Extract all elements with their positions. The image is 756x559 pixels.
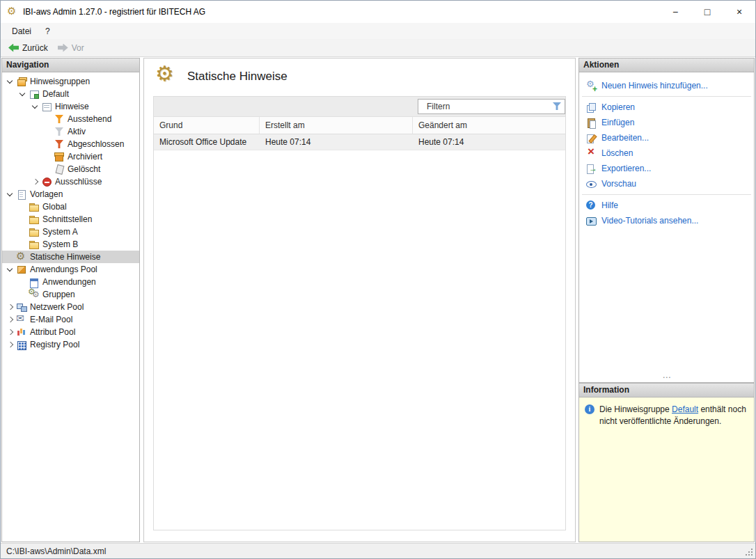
chevron-closed-icon[interactable] <box>5 314 16 325</box>
chevron-closed-icon[interactable] <box>5 301 16 313</box>
title-bar: IBI-aws Admin 1.27.0 - registriert für I… <box>1 1 755 24</box>
tree-item-aktiv[interactable]: Aktiv <box>2 125 139 138</box>
chevron-spacer <box>42 139 54 150</box>
action-label: Exportieren... <box>601 164 651 173</box>
chevron-spacer <box>42 151 54 162</box>
funnel-red-icon <box>54 139 65 150</box>
maximize-button[interactable]: □ <box>691 1 723 23</box>
column-header-erstellt-am[interactable]: Erstellt am <box>260 117 413 134</box>
folder-icon <box>29 214 40 225</box>
tree-item-anwendungs-pool[interactable]: Anwendungs Pool <box>2 263 139 276</box>
information-box: Die Hinweisgruppe Default enthält noch n… <box>578 397 755 542</box>
tree-item-label: Attribut Pool <box>29 327 78 337</box>
tree-item-schnittstellen[interactable]: Schnittstellen <box>2 213 139 226</box>
registry-icon <box>16 339 27 350</box>
tree-item-label: Gruppen <box>41 290 78 299</box>
actions-list: Neuen Hinweis hinzufügen...KopierenEinfü… <box>578 72 755 383</box>
close-button[interactable]: × <box>723 1 755 23</box>
forward-button[interactable]: Vor <box>54 41 90 55</box>
action-label: Kopieren <box>601 102 635 112</box>
tree-item-system-b[interactable]: System B <box>2 238 139 251</box>
tree-item-label: Vorlagen <box>29 189 65 199</box>
action-einf-gen[interactable]: Einfügen <box>579 115 754 130</box>
network-icon <box>16 301 27 313</box>
table-header: GrundErstellt amGeändert am <box>154 117 565 134</box>
folder-icon <box>29 226 40 237</box>
panel-splitter-grip[interactable] <box>579 376 754 382</box>
filter-input[interactable] <box>418 99 565 114</box>
group-icon <box>16 76 27 87</box>
action-video-tutorials-ansehen[interactable]: Video-Tutorials ansehen... <box>579 213 754 228</box>
chevron-spacer <box>42 164 54 175</box>
chevron-spacer <box>17 276 29 288</box>
action-label: Hilfe <box>601 200 618 210</box>
paste-icon <box>586 118 597 128</box>
tree-item-hinweisgruppen[interactable]: Hinweisgruppen <box>2 75 139 88</box>
forward-button-label: Vor <box>72 43 84 53</box>
info-icon <box>585 404 594 414</box>
default-group-link[interactable]: Default <box>672 404 698 414</box>
chevron-open-icon[interactable] <box>17 88 29 100</box>
chevron-spacer <box>17 239 29 250</box>
tree-item-registry-pool[interactable]: Registry Pool <box>2 338 139 351</box>
action-label: Löschen <box>601 148 633 158</box>
tree-item-label: Gelöscht <box>66 164 103 174</box>
tree-item-netzwerk-pool[interactable]: Netzwerk Pool <box>2 301 139 313</box>
back-button[interactable]: Zurück <box>5 41 54 55</box>
filter-strip <box>154 97 565 117</box>
chevron-closed-icon[interactable] <box>5 339 16 350</box>
tree-item-global[interactable]: Global <box>2 200 139 213</box>
action-hilfe[interactable]: Hilfe <box>579 198 754 213</box>
tree-item-ausschl-sse[interactable]: Ausschlüsse <box>2 175 139 188</box>
action-kopieren[interactable]: Kopieren <box>579 100 754 115</box>
tree-item-abgeschlossen[interactable]: Abgeschlossen <box>2 138 139 150</box>
status-bar: C:\IBI-aws\Admin\Data.xml <box>1 543 755 558</box>
chevron-open-icon[interactable] <box>5 76 16 87</box>
delete-icon <box>586 148 597 159</box>
tree-item-default[interactable]: Default <box>2 88 139 100</box>
tree-item-attribut-pool[interactable]: Attribut Pool <box>2 326 139 338</box>
menu-datei[interactable]: Datei <box>5 24 38 38</box>
navigation-header: Navigation <box>1 58 140 72</box>
chevron-open-icon[interactable] <box>30 101 41 112</box>
table-body: Microsoft Office UpdateHeute 07:14Heute … <box>154 134 565 150</box>
window-controls: − □ × <box>659 1 755 23</box>
action-vorschau[interactable]: Vorschau <box>579 176 754 191</box>
static-hints-gear-icon <box>155 65 179 88</box>
tree-item-hinweise[interactable]: Hinweise <box>2 100 139 113</box>
tree-item-archiviert[interactable]: Archiviert <box>2 150 139 163</box>
chevron-spacer <box>17 226 29 237</box>
chevron-open-icon[interactable] <box>5 189 16 200</box>
column-header-grund[interactable]: Grund <box>154 117 260 134</box>
main-header: Statische Hinweise <box>144 58 575 89</box>
tree-item-label: Global <box>41 202 70 212</box>
actions-separator <box>582 96 751 97</box>
action-neuen-hinweis-hinzuf-gen[interactable]: Neuen Hinweis hinzufügen... <box>579 78 754 93</box>
chevron-open-icon[interactable] <box>5 264 16 275</box>
tree-item-label: Archiviert <box>66 152 105 162</box>
tree-item-ausstehend[interactable]: Ausstehend <box>2 113 139 125</box>
minimize-button[interactable]: − <box>659 1 691 23</box>
resize-grip-icon[interactable] <box>745 548 753 556</box>
action-exportieren[interactable]: Exportieren... <box>579 161 754 176</box>
tree-item-statische-hinweise[interactable]: Statische Hinweise <box>2 251 139 263</box>
chevron-closed-icon[interactable] <box>30 176 41 187</box>
column-header-ge-ndert-am[interactable]: Geändert am <box>413 117 565 134</box>
action-l-schen[interactable]: Löschen <box>579 145 754 161</box>
table-row[interactable]: Microsoft Office UpdateHeute 07:14Heute … <box>154 134 565 150</box>
chevron-closed-icon[interactable] <box>5 326 16 338</box>
app-icon <box>6 6 19 18</box>
tree-item-vorlagen[interactable]: Vorlagen <box>2 188 139 200</box>
chevron-spacer <box>17 289 29 300</box>
menu-help[interactable]: ? <box>38 24 57 38</box>
nav-tree: HinweisgruppenDefaultHinweiseAusstehendA… <box>1 72 140 542</box>
pool-icon <box>16 264 27 275</box>
action-bearbeiten[interactable]: Bearbeiten... <box>579 130 754 145</box>
tree-item-e-mail-pool[interactable]: E-Mail Pool <box>2 313 139 326</box>
tree-item-gruppen[interactable]: Gruppen <box>2 288 139 301</box>
tree-item-system-a[interactable]: System A <box>2 226 139 238</box>
chevron-spacer <box>42 113 54 125</box>
tree-item-anwendungen[interactable]: Anwendungen <box>2 276 139 288</box>
tree-item-gel-scht[interactable]: Gelöscht <box>2 163 139 175</box>
export-icon <box>586 164 597 174</box>
